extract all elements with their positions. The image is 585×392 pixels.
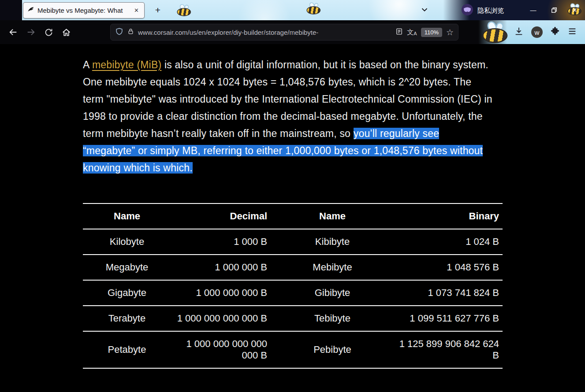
- list-tabs-chevron-icon[interactable]: [420, 5, 429, 16]
- reader-view-icon[interactable]: [395, 28, 403, 37]
- restore-button[interactable]: [544, 0, 564, 20]
- table-row: Megabyte 1 000 000 B Mebibyte 1 048 576 …: [83, 255, 503, 280]
- paragraph-text: is also a unit of digital information, b…: [83, 59, 492, 139]
- column-header: Name: [83, 203, 171, 229]
- home-button[interactable]: [57, 23, 75, 41]
- back-button[interactable]: [4, 23, 22, 41]
- table-cell: Petabyte: [83, 331, 171, 368]
- table-cell: Megabyte: [83, 255, 171, 280]
- tracking-shield-icon[interactable]: [115, 27, 123, 37]
- menu-hamburger-icon[interactable]: [567, 26, 577, 38]
- url-bar[interactable]: www.corsair.com/us/en/explorer/diy-build…: [110, 24, 458, 41]
- units-comparison-table: Name Decimal Name Binary Kilobyte 1 000 …: [83, 203, 503, 369]
- table-cell: 1 000 000 000 000 000 B: [171, 331, 267, 368]
- extensions-puzzle-icon[interactable]: [550, 26, 560, 38]
- table-cell: Mebibyte: [267, 255, 398, 280]
- private-browsing-label: 隐私浏览: [477, 7, 504, 15]
- titlebar-left-corner: [0, 0, 22, 20]
- table-cell: 1 000 B: [171, 229, 267, 255]
- url-text[interactable]: www.corsair.com/us/en/explorer/diy-build…: [138, 29, 391, 36]
- zoom-level-badge[interactable]: 110%: [421, 28, 442, 37]
- w-extension-icon[interactable]: w: [531, 26, 543, 38]
- table-cell: 1 048 576 B: [398, 255, 503, 280]
- table-header-row: Name Decimal Name Binary: [83, 203, 503, 229]
- private-mask-icon: [461, 4, 473, 18]
- window-controls: — ✕: [523, 0, 585, 20]
- table-cell: 1 000 000 B: [171, 255, 267, 280]
- table-cell: Tebibyte: [267, 306, 398, 331]
- table-cell: Gigabyte: [83, 280, 171, 306]
- private-browsing-badge: 隐私浏览: [461, 4, 504, 18]
- article-paragraph: A mebibyte (MiB) is also a unit of digit…: [83, 56, 494, 177]
- tab-bar: Mebibyte vs Megabyte: What ✕ + 隐私浏览 —: [0, 0, 585, 20]
- forward-button[interactable]: [22, 23, 40, 41]
- table-cell: 1 000 000 000 000 B: [171, 306, 267, 331]
- translate-icon[interactable]: 文A: [407, 28, 417, 37]
- new-tab-button[interactable]: +: [152, 4, 164, 16]
- minimize-button[interactable]: —: [523, 0, 544, 20]
- corsair-favicon: [27, 6, 34, 15]
- browser-chrome: Mebibyte vs Megabyte: What ✕ + 隐私浏览 —: [0, 0, 585, 44]
- table-row: Gigabyte 1 000 000 000 B Gibibyte 1 073 …: [83, 280, 503, 306]
- table-cell: 1 125 899 906 842 624 B: [398, 331, 503, 368]
- table-row: Kilobyte 1 000 B Kibibyte 1 024 B: [83, 229, 503, 255]
- table-cell: Kilobyte: [83, 229, 171, 255]
- table-row: Petabyte 1 000 000 000 000 000 B Pebibyt…: [83, 331, 503, 368]
- table-cell: 1 024 B: [398, 229, 503, 255]
- downloads-icon[interactable]: [514, 26, 524, 38]
- table-cell: 1 073 741 824 B: [398, 280, 503, 306]
- navigation-bar: www.corsair.com/us/en/explorer/diy-build…: [0, 20, 585, 44]
- toolbar-right-cluster: w: [514, 26, 581, 38]
- column-header: Binary: [398, 203, 503, 229]
- close-window-button[interactable]: ✕: [564, 0, 585, 20]
- bookmark-star-icon[interactable]: ☆: [446, 27, 454, 37]
- lock-icon[interactable]: [127, 28, 134, 37]
- tab-close-icon[interactable]: ✕: [133, 6, 140, 15]
- table-cell: Pebibyte: [267, 331, 398, 368]
- browser-tab[interactable]: Mebibyte vs Megabyte: What ✕: [23, 2, 145, 18]
- table-cell: Gibibyte: [267, 280, 398, 306]
- page-content: A mebibyte (MiB) is also a unit of digit…: [0, 44, 585, 392]
- column-header: Name: [267, 203, 398, 229]
- bee-decoration: [176, 4, 192, 16]
- bee-decoration: [306, 2, 322, 14]
- table-cell: Terabyte: [83, 306, 171, 331]
- reload-button[interactable]: [40, 23, 57, 41]
- table-cell: Kibibyte: [267, 229, 398, 255]
- paragraph-text: A: [83, 59, 92, 70]
- mebibyte-link[interactable]: mebibyte (MiB): [92, 59, 161, 70]
- tab-title: Mebibyte vs Megabyte: What: [37, 7, 130, 14]
- table-row: Terabyte 1 000 000 000 000 B Tebibyte 1 …: [83, 306, 503, 331]
- table-cell: 1 099 511 627 776 B: [398, 306, 503, 331]
- column-header: Decimal: [171, 203, 267, 229]
- table-cell: 1 000 000 000 B: [171, 280, 267, 306]
